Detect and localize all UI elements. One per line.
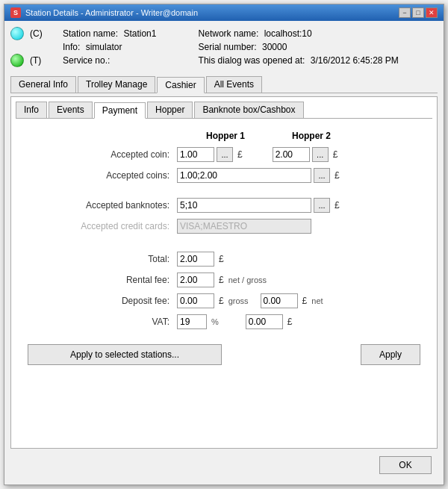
accepted-coin-h1-group: ... £ <box>177 147 243 162</box>
vat-value-input[interactable] <box>246 314 283 329</box>
apply-to-selected-button[interactable]: Apply to selected stations... <box>28 344 222 365</box>
accepted-banknotes-row: Accepted banknotes: ... £ <box>28 198 420 213</box>
main-tabs: General Info Trolley Manage Cashier All … <box>10 76 438 93</box>
title-bar-left: S Station Details - Administrator - Writ… <box>10 7 198 18</box>
accepted-coin-h2-button[interactable]: ... <box>312 147 329 162</box>
currency-8: £ <box>302 296 308 306</box>
hopper-headers: Hopper 1 Hopper 2 <box>177 131 420 141</box>
accepted-banknotes-input[interactable] <box>177 198 311 213</box>
button-row: Apply to selected stations... Apply <box>28 344 420 365</box>
vat-row: VAT: % £ <box>28 314 420 329</box>
sub-tabs: Info Events Payment Hopper Banknote box/… <box>16 102 432 119</box>
network-name-field: Network name: localhost:10 <box>199 28 438 39</box>
minimize-button[interactable]: − <box>399 7 411 18</box>
hopper2-header: Hopper 2 <box>274 131 349 141</box>
accepted-credit-row: Accepted credit cards: <box>28 219 420 234</box>
sub-tab-banknote[interactable]: Banknote box/Cashbox <box>194 102 303 118</box>
sub-tab-events[interactable]: Events <box>49 102 93 118</box>
indicator-c <box>10 27 24 40</box>
accepted-coin-label: Accepted coin: <box>28 149 177 160</box>
service-no-field: Service no.: <box>63 55 196 66</box>
currency-1: £ <box>237 149 243 160</box>
deposit-fee-gross-input[interactable] <box>177 293 214 308</box>
sub-tab-info[interactable]: Info <box>16 102 47 118</box>
accepted-coins-label: Accepted coins: <box>28 170 177 181</box>
accepted-credit-label: Accepted credit cards: <box>28 221 177 231</box>
sub-tab-payment[interactable]: Payment <box>94 102 146 119</box>
apply-button[interactable]: Apply <box>361 344 420 365</box>
vat-percent-input[interactable] <box>177 314 207 329</box>
accepted-coin-h2-input[interactable] <box>273 147 310 162</box>
accepted-coin-h1-button[interactable]: ... <box>217 147 233 162</box>
hopper1-header: Hopper 1 <box>177 131 274 141</box>
title-buttons: − □ ✕ <box>399 7 438 18</box>
footer: OK <box>10 452 438 479</box>
close-button[interactable]: ✕ <box>426 7 438 18</box>
indicator-t <box>10 54 24 67</box>
window-title: Station Details - Administrator - Writer… <box>25 8 198 17</box>
rental-fee-row: Rental fee: £ net / gross <box>28 272 420 287</box>
tab-cashier[interactable]: Cashier <box>157 77 204 93</box>
currency-6: £ <box>219 275 224 285</box>
accepted-coins-group: ... £ <box>177 168 340 183</box>
window-body: (C) Station name: Station1 Network name:… <box>4 21 444 485</box>
total-group: £ <box>177 252 224 267</box>
indicator-c-label: (C) <box>30 28 60 39</box>
accepted-banknotes-label: Accepted banknotes: <box>28 200 177 211</box>
info-field: Info: simulator <box>63 42 196 52</box>
total-label: Total: <box>28 254 177 264</box>
currency-5: £ <box>219 254 224 264</box>
vat-group: % £ <box>177 314 292 329</box>
serial-number-field: Serial number: 30000 <box>199 42 438 52</box>
total-row: Total: £ <box>28 252 420 267</box>
percent-label: % <box>211 317 219 326</box>
accepted-coin-h2-group: ... £ <box>273 147 338 162</box>
deposit-fee-group: £ gross £ net <box>177 293 323 308</box>
rental-fee-input[interactable] <box>177 272 214 287</box>
content-area: Info Events Payment Hopper Banknote box/… <box>10 96 438 449</box>
accepted-coin-row: Accepted coin: ... £ ... £ <box>28 147 420 162</box>
currency-4: £ <box>335 200 340 211</box>
accepted-credit-input <box>177 219 311 234</box>
tab-general-info[interactable]: General Info <box>10 76 76 93</box>
main-window: S Station Details - Administrator - Writ… <box>4 4 444 485</box>
accepted-coins-row: Accepted coins: ... £ <box>28 168 420 183</box>
opened-at-field: This dialog was opened at: 3/16/2012 6:4… <box>199 55 438 66</box>
currency-2: £ <box>333 149 338 160</box>
indicator-t-label: (T) <box>30 55 60 66</box>
accepted-coin-h1-input[interactable] <box>177 147 214 162</box>
net-label: net <box>311 296 323 305</box>
total-input[interactable] <box>177 252 214 267</box>
net-gross-label: net / gross <box>228 275 267 284</box>
currency-7: £ <box>219 296 224 306</box>
payment-content: Hopper 1 Hopper 2 Accepted coin: ... £ .… <box>16 125 432 443</box>
tab-all-events[interactable]: All Events <box>206 76 262 93</box>
app-icon: S <box>10 7 21 18</box>
rental-fee-label: Rental fee: <box>28 275 177 285</box>
accepted-coins-button[interactable]: ... <box>314 168 330 183</box>
accepted-banknotes-button[interactable]: ... <box>314 198 330 213</box>
accepted-coins-input[interactable] <box>177 168 311 183</box>
gross-label: gross <box>228 296 249 305</box>
maximize-button[interactable]: □ <box>412 7 424 18</box>
accepted-banknotes-group: ... £ <box>177 198 340 213</box>
vat-label: VAT: <box>28 317 177 327</box>
rental-fee-group: £ net / gross <box>177 272 267 287</box>
sub-tab-hopper[interactable]: Hopper <box>147 102 193 118</box>
deposit-fee-net-input[interactable] <box>261 293 298 308</box>
deposit-fee-label: Deposit fee: <box>28 296 177 306</box>
ok-button[interactable]: OK <box>379 456 432 474</box>
currency-9: £ <box>287 317 293 327</box>
currency-3: £ <box>335 170 340 181</box>
tab-trolley-manage[interactable]: Trolley Manage <box>78 76 155 93</box>
accepted-credit-group <box>177 219 311 234</box>
deposit-fee-row: Deposit fee: £ gross £ net <box>28 293 420 308</box>
title-bar: S Station Details - Administrator - Writ… <box>4 4 444 21</box>
station-name-field: Station name: Station1 <box>63 28 196 39</box>
